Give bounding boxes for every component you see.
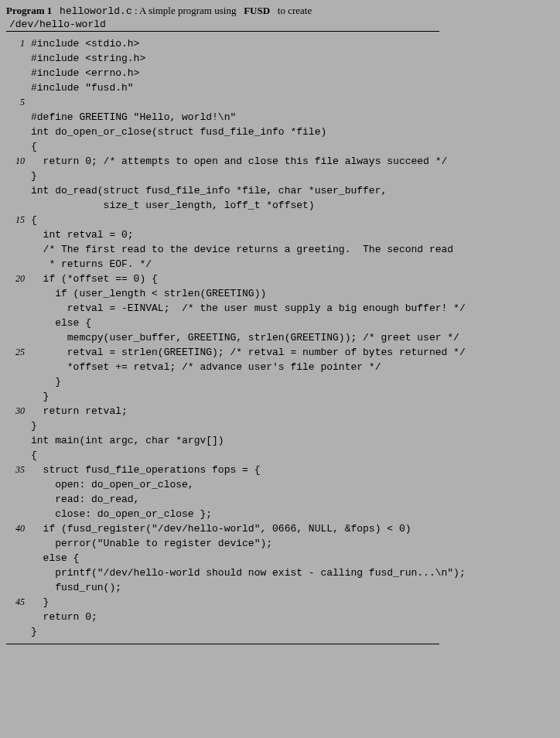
line-number [6, 242, 31, 257]
code-line: int retval = 0; [6, 227, 554, 242]
line-number [6, 257, 31, 272]
code-text: open: do_open_or_close, [31, 477, 554, 492]
line-number [6, 286, 31, 301]
code-text: } [31, 419, 554, 433]
line-number [6, 507, 31, 521]
code-line: 20 if (*offset == 0) { [6, 272, 554, 286]
code-line: #define GREETING "Hello, world!\n" [6, 110, 554, 125]
code-line: } [6, 169, 554, 183]
code-listing: 1#include <stdio.h>#include <string.h>#i… [6, 33, 554, 639]
code-line: 25 retval = strlen(GREETING); /* retval … [6, 345, 554, 360]
divider-bottom [6, 644, 439, 644]
code-text: fusd_run(); [31, 580, 554, 595]
line-number [6, 301, 31, 316]
code-text: #include "fusd.h" [31, 80, 554, 95]
line-number [6, 477, 31, 492]
code-line: { [6, 139, 554, 154]
line-number [6, 419, 31, 433]
code-line: } [6, 374, 554, 389]
code-line: open: do_open_or_close, [6, 477, 554, 492]
code-text: else { [31, 316, 554, 330]
line-number: 35 [6, 463, 31, 477]
line-number: 30 [6, 404, 31, 419]
fusd-label: FUSD [244, 5, 270, 16]
code-text [31, 95, 554, 110]
code-text: * returns EOF. */ [31, 257, 554, 272]
code-text: read: do_read, [31, 492, 554, 507]
line-number [6, 198, 31, 213]
code-text: int retval = 0; [31, 227, 554, 242]
line-number [6, 565, 31, 580]
code-text: { [31, 139, 554, 154]
code-text: if (*offset == 0) { [31, 272, 554, 286]
line-number: 15 [6, 213, 31, 227]
code-line: } [6, 419, 554, 433]
code-line: 30 return retval; [6, 404, 554, 419]
line-number [6, 536, 31, 551]
code-text: { [31, 213, 554, 227]
code-text: #include <errno.h> [31, 66, 554, 80]
code-text: memcpy(user_buffer, GREETING, strlen(GRE… [31, 330, 554, 345]
code-line: memcpy(user_buffer, GREETING, strlen(GRE… [6, 330, 554, 345]
desc-post: to create [278, 5, 312, 16]
line-number [6, 492, 31, 507]
code-line: 10 return 0; /* attempts to open and clo… [6, 154, 554, 169]
line-number: 25 [6, 345, 31, 360]
line-number [6, 110, 31, 125]
code-text: if (user_length < strlen(GREETING)) [31, 286, 554, 301]
code-text: #define GREETING "Hello, world!\n" [31, 110, 554, 125]
code-line: int do_read(struct fusd_file_info *file,… [6, 183, 554, 198]
divider-top [6, 31, 439, 32]
code-text: else { [31, 551, 554, 565]
code-text: #include <stdio.h> [31, 36, 554, 51]
code-line: /* The first read to the device returns … [6, 242, 554, 257]
listing-header: Program 1 helloworld.c : A simple progra… [6, 3, 554, 19]
code-text: close: do_open_or_close }; [31, 507, 554, 521]
code-line: } [6, 624, 554, 639]
code-text: if (fusd_register("/dev/hello-world", 06… [31, 521, 554, 536]
line-number [6, 360, 31, 374]
code-text: int do_read(struct fusd_file_info *file,… [31, 183, 554, 198]
code-line: } [6, 389, 554, 404]
code-text: { [31, 448, 554, 463]
line-number: 20 [6, 272, 31, 286]
code-line: close: do_open_or_close }; [6, 507, 554, 521]
code-text: } [31, 169, 554, 183]
code-text: #include <string.h> [31, 51, 554, 66]
code-line: * returns EOF. */ [6, 257, 554, 272]
code-text: printf("/dev/hello-world should now exis… [31, 565, 554, 580]
line-number [6, 580, 31, 595]
line-number [6, 374, 31, 389]
code-text: *offset += retval; /* advance user's fil… [31, 360, 554, 374]
code-line: size_t user_length, loff_t *offset) [6, 198, 554, 213]
line-number [6, 51, 31, 66]
code-text: retval = -EINVAL; /* the user must suppl… [31, 301, 554, 316]
line-number [6, 433, 31, 448]
code-line: 40 if (fusd_register("/dev/hello-world",… [6, 521, 554, 536]
line-number [6, 139, 31, 154]
code-text: return 0; /* attempts to open and close … [31, 154, 554, 169]
line-number [6, 183, 31, 198]
code-line: #include <string.h> [6, 51, 554, 66]
code-text: size_t user_length, loff_t *offset) [31, 198, 554, 213]
code-text: } [31, 595, 554, 610]
code-text: return retval; [31, 404, 554, 419]
line-number [6, 448, 31, 463]
code-line: else { [6, 551, 554, 565]
line-number [6, 624, 31, 639]
filename: helloworld.c [60, 5, 132, 17]
code-line: printf("/dev/hello-world should now exis… [6, 565, 554, 580]
code-text: int do_open_or_close(struct fusd_file_in… [31, 125, 554, 139]
line-number [6, 389, 31, 404]
line-number [6, 125, 31, 139]
line-number [6, 610, 31, 624]
code-line: *offset += retval; /* advance user's fil… [6, 360, 554, 374]
code-text: } [31, 624, 554, 639]
code-line: 5 [6, 95, 554, 110]
line-number [6, 227, 31, 242]
code-line: { [6, 448, 554, 463]
code-line: perror("Unable to register device"); [6, 536, 554, 551]
code-line: if (user_length < strlen(GREETING)) [6, 286, 554, 301]
line-number: 1 [6, 36, 31, 51]
program-label: Program 1 [6, 5, 52, 16]
